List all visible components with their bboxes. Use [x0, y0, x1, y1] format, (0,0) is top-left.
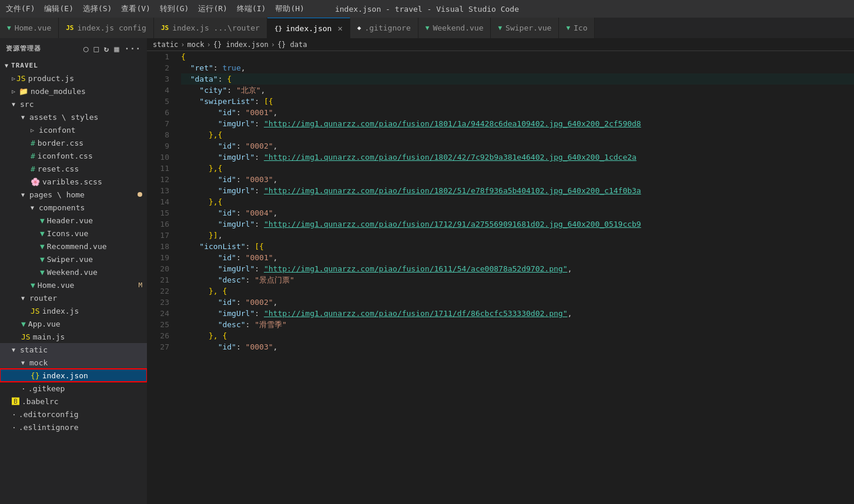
folder-icon: 📁: [19, 87, 28, 96]
tab-index-js-router[interactable]: JS index.js ...\router: [154, 18, 267, 38]
sidebar-item-eslintignore[interactable]: · .eslintignore: [0, 421, 147, 434]
sidebar-item-src[interactable]: ▼ src: [0, 98, 147, 110]
sidebar-item-resetcss[interactable]: # reset.css: [0, 162, 147, 175]
file-label: Weekend.vue: [47, 268, 98, 277]
sidebar-item-bordercss[interactable]: # border.css: [0, 136, 147, 149]
refresh-icon[interactable]: ↻: [104, 44, 109, 53]
separator: ›: [271, 41, 275, 49]
sidebar-item-app-vue[interactable]: ▼ App.vue: [0, 317, 147, 330]
code-line-2: "ret": true,: [181, 62, 854, 73]
file-label: .editorconfig: [19, 410, 79, 419]
sidebar-item-iconfont[interactable]: ▷ iconfont: [0, 123, 147, 136]
arrow-icon: ▷: [31, 127, 34, 133]
sidebar-item-variablesscss[interactable]: 🌸 varibles.scss: [0, 175, 147, 188]
code-editor[interactable]: 1 2 3 4 5 6 7 8 9 10 11 12 13 14 15 16 1…: [147, 51, 854, 504]
sidebar-item-mainjs[interactable]: JS main.js: [0, 330, 147, 343]
tab-ico[interactable]: ▼ Ico: [559, 18, 595, 38]
breadcrumb: static › mock › {} index.json › {} data: [147, 38, 854, 51]
tab-weekend-vue[interactable]: ▼ Weekend.vue: [418, 18, 491, 38]
file-label: Icons.vue: [47, 229, 88, 238]
sidebar-item-node-modules[interactable]: ▷ 📁 node_modules: [0, 85, 147, 98]
sidebar-item-assets[interactable]: ▼ assets \ styles: [0, 110, 147, 123]
tab-close-button[interactable]: ✕: [337, 24, 342, 32]
sidebar-item-icons-vue[interactable]: ▼ Icons.vue: [0, 227, 147, 240]
sidebar-item-editorconfig[interactable]: · .editorconfig: [0, 408, 147, 421]
sidebar: 资源管理器 ◯ □ ↻ ▦ ··· ▼ TRAVEL ▷ JS product.…: [0, 38, 147, 504]
js-icon: JS: [161, 24, 169, 32]
separator: ›: [207, 41, 211, 49]
breadcrumb-static[interactable]: static: [153, 41, 178, 49]
more-icon[interactable]: ···: [125, 44, 141, 53]
folder-label: components: [39, 203, 85, 212]
code-line-24: "imgUrl": "http://img1.qunarzz.com/piao/…: [181, 308, 854, 319]
sidebar-item-home-vue[interactable]: ▼ Home.vue M: [0, 278, 147, 291]
code-line-6: "id": "0001",: [181, 107, 854, 118]
code-line-15: "id": "0004",: [181, 207, 854, 219]
sidebar-item-babelrc[interactable]: 🅱 .babelrc: [0, 395, 147, 408]
sidebar-item-router[interactable]: ▼ router: [0, 291, 147, 304]
breadcrumb-data[interactable]: {} data: [277, 41, 307, 49]
arrow-icon: ▼: [12, 101, 15, 107]
scss-file-icon: 🌸: [31, 177, 40, 186]
tab-index-js-config[interactable]: JS index.js config: [59, 18, 154, 38]
sidebar-item-header-vue[interactable]: ▼ Header.vue: [0, 214, 147, 227]
breadcrumb-mock[interactable]: mock: [187, 41, 205, 49]
code-line-20: "imgUrl": "http://img1.qunarzz.com/piao/…: [181, 263, 854, 274]
sidebar-item-components[interactable]: ▼ components: [0, 201, 147, 214]
file-label: .gitkeep: [28, 384, 65, 393]
sidebar-item-index-json[interactable]: {} index.json: [0, 369, 147, 382]
sidebar-item-static[interactable]: ▼ static: [0, 343, 147, 356]
tab-home-vue[interactable]: ▼ Home.vue: [0, 18, 59, 38]
file-label: reset.css: [38, 164, 79, 173]
breadcrumb-file[interactable]: {} index.json: [213, 41, 269, 49]
file-label: .babelrc: [22, 397, 59, 406]
file-tree: ▼ TRAVEL ▷ JS product.js ▷ 📁 node_module…: [0, 59, 147, 504]
arrow-icon: ▼: [21, 191, 25, 198]
sidebar-actions[interactable]: ◯ □ ↻ ▦ ···: [83, 44, 141, 53]
sidebar-item-productjs[interactable]: ▷ JS product.js: [0, 72, 147, 85]
menu-terminal[interactable]: 终端(I): [237, 4, 266, 14]
tab-index-json[interactable]: {} index.json ✕: [267, 18, 350, 38]
sidebar-item-weekend-vue[interactable]: ▼ Weekend.vue: [0, 266, 147, 278]
tab-gitignore[interactable]: ◆ .gitignore: [350, 18, 418, 38]
project-name: TRAVEL: [11, 62, 38, 69]
sidebar-item-swiper-vue[interactable]: ▼ Swiper.vue: [0, 253, 147, 266]
titlebar: 文件(F) 编辑(E) 选择(S) 查看(V) 转到(G) 运行(R) 终端(I…: [0, 0, 854, 18]
new-folder-icon[interactable]: □: [93, 44, 99, 53]
separator: ›: [180, 41, 185, 49]
sidebar-item-router-indexjs[interactable]: JS index.js: [0, 304, 147, 317]
folder-label: pages \ home: [29, 190, 85, 199]
file-label: iconfont.css: [38, 152, 93, 160]
sidebar-item-gitkeep[interactable]: · .gitkeep: [0, 382, 147, 395]
sidebar-title: 资源管理器: [6, 44, 41, 53]
code-text[interactable]: { "ret": true, "data": { "city": "北京",: [176, 51, 854, 504]
code-line-7: "imgUrl": "http://img1.qunarzz.com/piao/…: [181, 118, 854, 129]
menu-bar[interactable]: 文件(F) 编辑(E) 选择(S) 查看(V) 转到(G) 运行(R) 终端(I…: [6, 4, 304, 14]
menu-file[interactable]: 文件(F): [6, 4, 35, 14]
file-label: border.css: [38, 139, 83, 147]
css-file-icon: #: [31, 152, 35, 160]
menu-goto[interactable]: 转到(G): [160, 4, 189, 14]
sidebar-item-mock[interactable]: ▼ mock: [0, 356, 147, 369]
sidebar-item-pages-home[interactable]: ▼ pages \ home: [0, 188, 147, 201]
code-line-22: }, {: [181, 285, 854, 297]
project-root[interactable]: ▼ TRAVEL: [0, 59, 147, 72]
new-file-icon[interactable]: ◯: [83, 44, 89, 53]
tab-swiper-vue[interactable]: ▼ Swiper.vue: [491, 18, 559, 38]
code-line-14: },{: [181, 196, 854, 207]
menu-run[interactable]: 运行(R): [198, 4, 227, 14]
file-label: index.js: [42, 307, 79, 315]
menu-view[interactable]: 查看(V): [121, 4, 150, 14]
collapse-icon[interactable]: ▦: [114, 44, 119, 53]
main-area: 资源管理器 ◯ □ ↻ ▦ ··· ▼ TRAVEL ▷ JS product.…: [0, 38, 854, 504]
sidebar-item-recommend-vue[interactable]: ▼ Recommend.vue: [0, 240, 147, 253]
line-numbers: 1 2 3 4 5 6 7 8 9 10 11 12 13 14 15 16 1…: [147, 51, 176, 504]
menu-select[interactable]: 选择(S): [83, 4, 112, 14]
vue-file-icon: ▼: [21, 320, 26, 328]
menu-edit[interactable]: 编辑(E): [44, 4, 73, 14]
sidebar-item-iconfontcss[interactable]: # iconfont.css: [0, 149, 147, 162]
arrow-icon: ▼: [12, 347, 15, 353]
code-line-26: }, {: [181, 330, 854, 341]
menu-help[interactable]: 帮助(H): [275, 4, 304, 14]
vue-icon: ▼: [498, 24, 502, 32]
